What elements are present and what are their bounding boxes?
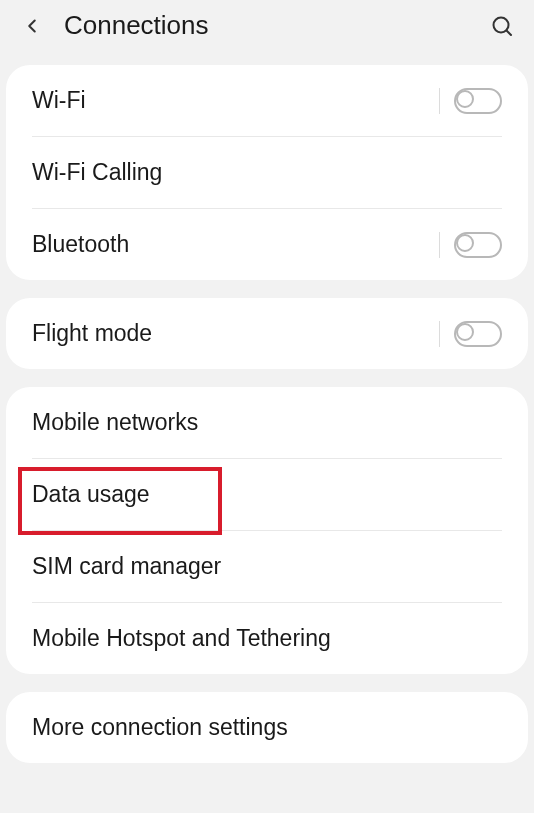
settings-group: Wi-Fi Wi-Fi Calling Bluetooth: [6, 65, 528, 280]
row-label: More connection settings: [32, 714, 502, 741]
row-label: Wi-Fi: [32, 87, 439, 114]
row-more-connection[interactable]: More connection settings: [6, 692, 528, 763]
back-icon[interactable]: [18, 12, 46, 40]
row-label: Data usage: [32, 481, 502, 508]
page-title: Connections: [64, 10, 488, 41]
toggle-knob: [456, 234, 474, 252]
row-label: Bluetooth: [32, 231, 439, 258]
toggle-knob: [456, 90, 474, 108]
row-flight-mode[interactable]: Flight mode: [6, 298, 528, 369]
row-label: Wi-Fi Calling: [32, 159, 502, 186]
svg-line-1: [507, 30, 512, 35]
toggle-separator: [439, 232, 440, 258]
search-icon[interactable]: [488, 12, 516, 40]
row-sim-card-manager[interactable]: SIM card manager: [6, 531, 528, 602]
row-label: SIM card manager: [32, 553, 502, 580]
header: Connections: [0, 0, 534, 57]
row-data-usage[interactable]: Data usage: [6, 459, 528, 530]
bluetooth-toggle[interactable]: [454, 232, 502, 258]
row-mobile-networks[interactable]: Mobile networks: [6, 387, 528, 458]
settings-group: More connection settings: [6, 692, 528, 763]
toggle-separator: [439, 321, 440, 347]
flight-mode-toggle[interactable]: [454, 321, 502, 347]
row-label: Mobile Hotspot and Tethering: [32, 625, 502, 652]
row-wifi-calling[interactable]: Wi-Fi Calling: [6, 137, 528, 208]
settings-group: Mobile networks Data usage SIM card mana…: [6, 387, 528, 674]
wifi-toggle[interactable]: [454, 88, 502, 114]
row-label: Mobile networks: [32, 409, 502, 436]
row-wifi[interactable]: Wi-Fi: [6, 65, 528, 136]
row-bluetooth[interactable]: Bluetooth: [6, 209, 528, 280]
toggle-separator: [439, 88, 440, 114]
settings-group: Flight mode: [6, 298, 528, 369]
toggle-knob: [456, 323, 474, 341]
row-mobile-hotspot[interactable]: Mobile Hotspot and Tethering: [6, 603, 528, 674]
row-label: Flight mode: [32, 320, 439, 347]
